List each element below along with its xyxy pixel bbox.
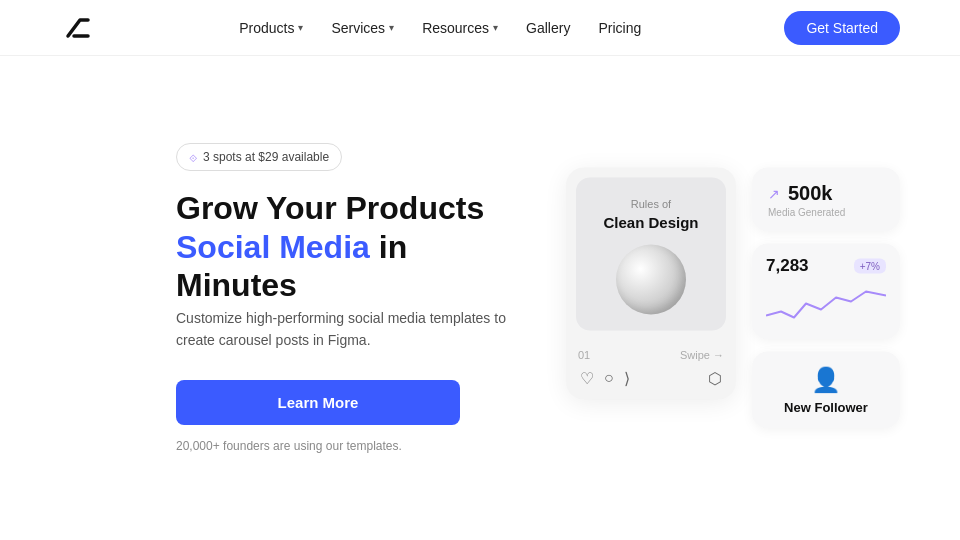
heart-icon[interactable]: ♡ — [580, 369, 594, 388]
availability-badge: ⟐ 3 spots at $29 available — [176, 143, 342, 171]
post-card-footer: 01 Swipe → — [566, 341, 736, 361]
hero-content: ⟐ 3 spots at $29 available Grow Your Pro… — [176, 143, 536, 453]
get-started-button[interactable]: Get Started — [784, 11, 900, 45]
media-stat-box: ↗ 500k Media Generated — [752, 168, 900, 232]
media-label: Media Generated — [768, 207, 884, 218]
learn-more-button[interactable]: Learn More — [176, 380, 460, 425]
hero-section: ⟐ 3 spots at $29 available Grow Your Pro… — [0, 56, 960, 540]
slide-number: 01 — [578, 349, 590, 361]
post-card-actions: ♡ ○ ⟩ ⬡ — [566, 361, 736, 388]
nav-resources[interactable]: Resources ▾ — [422, 20, 498, 36]
navbar: Products ▾ Services ▾ Resources ▾ Galler… — [0, 0, 960, 56]
nav-services[interactable]: Services ▾ — [331, 20, 394, 36]
hero-cards: Rules of Clean Design 01 Swipe → ♡ ○ ⟩ ⬡ — [566, 168, 900, 429]
hero-title: Grow Your Products Social Media in Minut… — [176, 189, 536, 304]
nav-products[interactable]: Products ▾ — [239, 20, 303, 36]
social-proof: 20,000+ founders are using our templates… — [176, 439, 536, 453]
chevron-down-icon: ▾ — [298, 22, 303, 33]
media-value: 500k — [788, 182, 833, 205]
nav-links: Products ▾ Services ▾ Resources ▾ Galler… — [239, 20, 641, 36]
nav-gallery[interactable]: Gallery — [526, 20, 570, 36]
follower-icon: 👤 — [768, 366, 884, 394]
nav-pricing[interactable]: Pricing — [598, 20, 641, 36]
bookmark-icon[interactable]: ⬡ — [708, 369, 722, 388]
swipe-label: Swipe → — [680, 349, 724, 361]
hero-subtitle: Customize high-performing social media t… — [176, 308, 536, 351]
chart-value: 7,283 — [766, 256, 809, 276]
stats-panel: ↗ 500k Media Generated 7,283 +7% 👤 New F… — [752, 168, 900, 429]
post-card-inner: Rules of Clean Design — [576, 178, 726, 331]
chart-svg — [766, 284, 886, 324]
logo — [60, 10, 96, 46]
chevron-down-icon: ▾ — [389, 22, 394, 33]
chevron-down-icon: ▾ — [493, 22, 498, 33]
badge-icon: ⟐ — [189, 149, 197, 165]
chart-badge: +7% — [854, 258, 886, 273]
trend-icon: ↗ — [768, 185, 780, 201]
share-icon[interactable]: ⟩ — [624, 369, 630, 388]
post-card-label: Rules of — [631, 198, 671, 210]
post-card: Rules of Clean Design 01 Swipe → ♡ ○ ⟩ ⬡ — [566, 168, 736, 400]
follower-label: New Follower — [768, 400, 884, 415]
comment-icon[interactable]: ○ — [604, 369, 614, 388]
chart-box: 7,283 +7% — [752, 244, 900, 340]
post-card-title: Clean Design — [603, 214, 698, 231]
follower-box: 👤 New Follower — [752, 352, 900, 429]
post-card-sphere — [616, 245, 686, 315]
